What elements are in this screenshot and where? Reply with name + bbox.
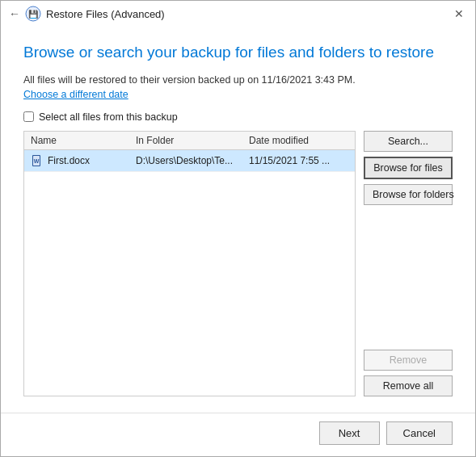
next-button[interactable]: Next xyxy=(319,421,380,445)
svg-text:💾: 💾 xyxy=(28,9,39,19)
window-title: Restore Files (Advanced) xyxy=(46,8,165,20)
table-row[interactable]: W First.docx D:\Users\Desktop\Te... 11/1… xyxy=(24,150,355,172)
col-folder: In Folder xyxy=(136,135,249,146)
side-buttons: Search... Browse for files Browse for fo… xyxy=(364,131,453,396)
remove-all-button[interactable]: Remove all xyxy=(364,375,453,396)
table-body: W First.docx D:\Users\Desktop\Te... 11/1… xyxy=(24,150,355,396)
file-table: Name In Folder Date modified W xyxy=(23,131,356,396)
backup-icon: 💾 xyxy=(25,6,41,22)
browse-files-button[interactable]: Browse for files xyxy=(364,157,453,179)
file-date-cell: 11/15/2021 7:55 ... xyxy=(249,155,348,166)
page-title: Browse or search your backup for files a… xyxy=(23,43,453,63)
select-all-row: Select all files from this backup xyxy=(23,111,453,123)
choose-date-link[interactable]: Choose a different date xyxy=(23,89,453,100)
col-name: Name xyxy=(31,135,136,146)
select-all-label: Select all files from this backup xyxy=(39,111,178,123)
close-button[interactable]: ✕ xyxy=(449,4,469,23)
select-all-checkbox[interactable] xyxy=(23,111,34,122)
side-spacer xyxy=(364,210,453,345)
title-bar: ← 💾 Restore Files (Advanced) ✕ xyxy=(1,1,475,27)
main-area: Name In Folder Date modified W xyxy=(23,131,453,396)
footer: Next Cancel xyxy=(1,413,475,456)
browse-folders-button[interactable]: Browse for folders xyxy=(364,184,453,205)
file-name-cell: W First.docx xyxy=(31,154,136,167)
restore-files-window: ← 💾 Restore Files (Advanced) ✕ Browse or… xyxy=(0,0,476,457)
title-bar-left: ← 💾 Restore Files (Advanced) xyxy=(9,6,165,22)
col-date: Date modified xyxy=(249,135,348,146)
table-header: Name In Folder Date modified xyxy=(24,132,355,150)
cancel-button[interactable]: Cancel xyxy=(386,421,453,445)
main-content: Browse or search your backup for files a… xyxy=(1,27,475,405)
search-button[interactable]: Search... xyxy=(364,131,453,152)
file-folder-cell: D:\Users\Desktop\Te... xyxy=(136,155,249,166)
back-button[interactable]: ← xyxy=(9,7,20,20)
svg-text:W: W xyxy=(34,158,40,164)
docx-icon: W xyxy=(31,154,44,167)
remove-button: Remove xyxy=(364,350,453,371)
info-text: All files will be restored to their vers… xyxy=(23,74,453,86)
